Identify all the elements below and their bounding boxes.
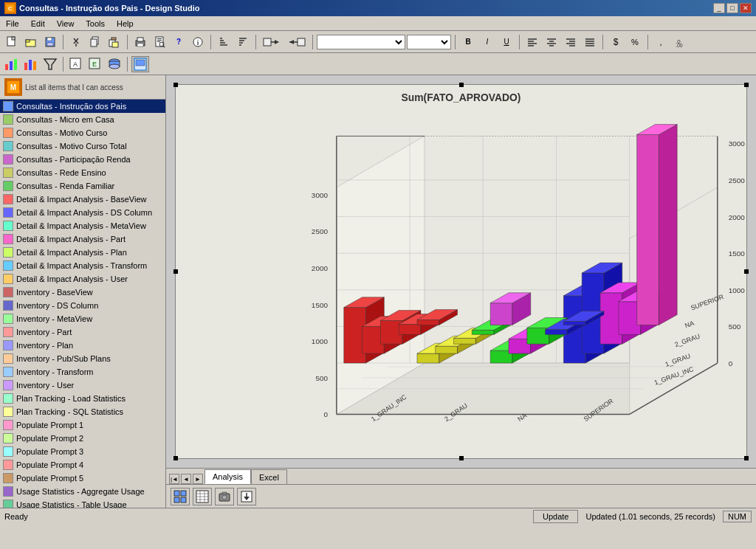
sidebar-item[interactable]: Populate Prompt 3 <box>0 445 165 458</box>
align-center-btn[interactable] <box>543 34 560 50</box>
handle-tl[interactable] <box>173 83 178 87</box>
camera-btn[interactable] <box>215 488 234 505</box>
sidebar-item-icon <box>3 101 13 111</box>
bold-btn[interactable]: B <box>459 34 477 50</box>
tab-nav-first[interactable]: |◄ <box>169 474 179 484</box>
tab-excel[interactable]: Excel <box>251 469 287 484</box>
table-view-btn[interactable] <box>193 488 212 505</box>
chart-icon-btn[interactable] <box>3 56 21 72</box>
svg-rect-8 <box>47 43 53 46</box>
handle-ml[interactable] <box>173 269 178 274</box>
sidebar-item[interactable]: Inventory - DS Column <box>0 299 165 312</box>
sidebar-item[interactable]: Inventory - Pub/Sub Plans <box>0 352 165 365</box>
tab-nav-next[interactable]: ► <box>193 474 203 484</box>
save-btn[interactable] <box>41 34 59 50</box>
justify-btn[interactable] <box>581 34 599 50</box>
sidebar-item[interactable]: Inventory - MetaView <box>0 312 165 325</box>
sidebar-item[interactable]: Usage Statistics - Table Usage <box>0 498 165 508</box>
import2-btn[interactable]: E <box>86 56 104 72</box>
sidebar-item[interactable]: Inventory - Transform <box>0 365 165 379</box>
tab-nav-prev[interactable]: ◄ <box>181 474 191 484</box>
menu-bar: File Edit View Tools Help <box>0 16 756 31</box>
maximize-btn[interactable]: □ <box>726 3 738 13</box>
sidebar-item[interactable]: Populate Prompt 4 <box>0 458 165 472</box>
sort-desc-btn[interactable] <box>234 34 252 50</box>
import-btn[interactable] <box>260 34 284 50</box>
sort-asc-btn[interactable] <box>215 34 233 50</box>
sidebar-item[interactable]: Consultas - Motivo Curso Total <box>0 139 165 153</box>
sidebar-item[interactable]: Detail & Impact Analysis - BaseView <box>0 193 165 206</box>
filter-btn[interactable] <box>41 56 59 72</box>
sidebar-item[interactable]: Consultas - Instrução dos Pais <box>0 100 165 113</box>
sidebar-item[interactable]: Populate Prompt 1 <box>0 418 165 432</box>
handle-tr[interactable] <box>744 83 749 87</box>
sidebar-item[interactable]: Detail & Impact Analysis - User <box>0 272 165 286</box>
update-button[interactable]: Update <box>533 510 578 523</box>
sidebar-item-icon <box>3 128 13 138</box>
menu-help[interactable]: Help <box>114 18 137 29</box>
minimize-btn[interactable]: _ <box>713 3 725 13</box>
paste-btn[interactable] <box>106 34 123 50</box>
handle-bc[interactable] <box>459 456 464 460</box>
sidebar-item[interactable]: Populate Prompt 5 <box>0 472 165 485</box>
preview-btn[interactable] <box>151 34 168 50</box>
sidebar-item[interactable]: Detail & Impact Analysis - MetaView <box>0 219 165 232</box>
sidebar-item[interactable]: Consultas - Micro em Casa <box>0 113 165 126</box>
sidebar-item[interactable]: Consultas - Renda Familiar <box>0 179 165 193</box>
sidebar-item[interactable]: Inventory - Plan <box>0 339 165 352</box>
export-btn[interactable] <box>285 34 309 50</box>
italic-btn[interactable]: I <box>478 34 496 50</box>
align-left-btn[interactable] <box>523 34 541 50</box>
sidebar-item[interactable]: Detail & Impact Analysis - DS Column <box>0 206 165 219</box>
help-btn[interactable]: ? <box>170 34 188 50</box>
open-btn[interactable] <box>22 34 40 50</box>
svg-marker-175 <box>490 303 512 325</box>
grid-view-btn[interactable] <box>171 488 190 505</box>
copy-btn[interactable] <box>86 34 104 50</box>
active-view-btn[interactable] <box>131 56 149 72</box>
sidebar-item-label: Detail & Impact Analysis - Transform <box>16 261 147 270</box>
sidebar-item[interactable]: Usage Statistics - Aggregate Usage <box>0 485 165 498</box>
comma-btn[interactable]: , <box>652 34 670 50</box>
sidebar-item[interactable]: Inventory - User <box>0 379 165 392</box>
sidebar-item[interactable]: Consultas - Rede Ensino <box>0 166 165 179</box>
tab-analysis[interactable]: Analysis <box>205 469 251 484</box>
cut-btn[interactable] <box>67 34 85 50</box>
svg-text:.00: .00 <box>676 43 683 48</box>
info-btn[interactable]: i <box>189 34 207 50</box>
handle-bl[interactable] <box>173 456 178 460</box>
sidebar-item[interactable]: Detail & Impact Analysis - Transform <box>0 259 165 272</box>
print-btn[interactable] <box>131 34 149 50</box>
currency-btn[interactable]: $ <box>607 34 625 50</box>
handle-br[interactable] <box>744 456 749 460</box>
handle-mr[interactable] <box>744 269 749 274</box>
sidebar-item[interactable]: Consultas - Participação Renda <box>0 153 165 166</box>
export3-btn[interactable] <box>237 488 256 505</box>
sidebar-item[interactable]: Inventory - BaseView <box>0 286 165 299</box>
sidebar-item[interactable]: Populate Prompt 2 <box>0 432 165 445</box>
sidebar-item[interactable]: Inventory - Part <box>0 325 165 339</box>
handle-tc[interactable] <box>459 83 464 87</box>
dec-inc-btn[interactable]: .0.00 <box>671 34 689 50</box>
menu-tools[interactable]: Tools <box>83 18 108 29</box>
sidebar-item[interactable]: Detail & Impact Analysis - Part <box>0 232 165 246</box>
sidebar-item[interactable]: Consultas - Motivo Curso <box>0 126 165 139</box>
db-btn[interactable] <box>106 56 123 72</box>
menu-view[interactable]: View <box>54 18 78 29</box>
sidebar-item[interactable]: Plan Tracking - Load Statistics <box>0 392 165 405</box>
align-right-btn[interactable] <box>562 34 580 50</box>
sidebar-item[interactable]: Detail & Impact Analysis - Plan <box>0 246 165 259</box>
export2-btn[interactable]: A <box>67 56 85 72</box>
close-btn[interactable]: ✕ <box>740 3 752 13</box>
percent-btn[interactable]: % <box>626 34 644 50</box>
bar-chart-btn[interactable] <box>22 56 40 72</box>
svg-marker-66 <box>44 59 56 69</box>
menu-edit[interactable]: Edit <box>28 18 48 29</box>
svg-rect-75 <box>136 60 145 66</box>
size-select[interactable] <box>407 35 451 49</box>
font-select[interactable] <box>317 35 405 49</box>
menu-file[interactable]: File <box>3 18 22 29</box>
underline-btn[interactable]: U <box>498 34 515 50</box>
new-btn[interactable] <box>3 34 21 50</box>
sidebar-item[interactable]: Plan Tracking - SQL Statistics <box>0 405 165 418</box>
